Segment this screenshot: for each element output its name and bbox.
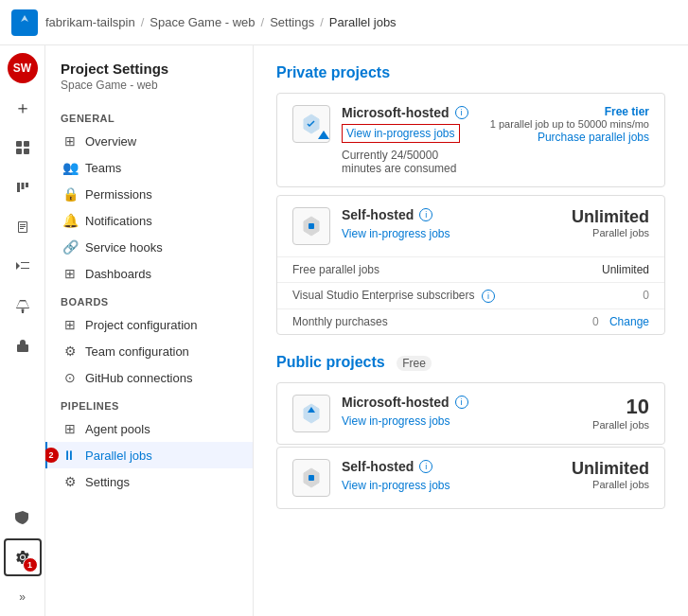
parallel-jobs-label: Parallel jobs <box>498 227 649 238</box>
agent-pools-icon: ⊞ <box>62 421 78 436</box>
svg-rect-8 <box>309 475 314 481</box>
self-hosted-name: Self-hosted <box>342 207 414 222</box>
view-inprogress-jobs-link-private-ms[interactable]: View in-progress jobs <box>342 124 460 143</box>
ms-hosted-info-icon[interactable]: i <box>455 106 468 119</box>
boards-button[interactable] <box>4 168 42 206</box>
breadcrumb: fabrikam-tailspin / Space Game - web / S… <box>45 15 397 29</box>
private-section-title: Private projects <box>276 64 665 81</box>
expand-rail-button[interactable]: » <box>4 578 42 616</box>
sidebar-item-project-config[interactable]: ⊞ Project configuration <box>45 311 253 338</box>
app-logo[interactable] <box>11 9 38 36</box>
svg-rect-3 <box>24 149 29 154</box>
monthly-purchases-val: 0 <box>592 315 599 328</box>
breadcrumb-org[interactable]: fabrikam-tailspin <box>45 15 135 29</box>
self-hosted-public-card: Self-hosted i View in-progress jobs Unli… <box>276 447 665 509</box>
azure-badge <box>316 129 331 144</box>
sidebar-item-parallel-jobs-label: Parallel jobs <box>85 449 152 463</box>
security-button[interactable] <box>4 499 42 537</box>
sidebar-item-project-config-label: Project configuration <box>85 318 198 332</box>
sidebar-item-team-config[interactable]: ⚙ Team configuration <box>45 338 253 364</box>
topbar: fabrikam-tailspin / Space Game - web / S… <box>0 0 688 45</box>
self-hosted-public-info-icon[interactable]: i <box>419 460 432 473</box>
parallel-jobs-icon: 2 ⏸ <box>62 448 78 463</box>
self-hosted-public-icon <box>292 459 330 497</box>
sep-2: / <box>261 15 265 29</box>
breadcrumb-settings[interactable]: Settings <box>270 15 314 29</box>
sidebar-item-permissions[interactable]: 🔒 Permissions <box>45 181 253 207</box>
permissions-icon: 🔒 <box>62 186 78 202</box>
user-avatar[interactable]: SW <box>8 53 38 83</box>
view-inprogress-jobs-link-public-self[interactable]: View in-progress jobs <box>342 479 450 492</box>
self-hosted-public-unlimited: Unlimited <box>498 459 649 479</box>
sep-3: / <box>320 15 324 29</box>
settings-button[interactable]: 1 <box>4 538 42 576</box>
artifacts-button[interactable] <box>4 327 42 365</box>
sidebar-item-agent-pools-label: Agent pools <box>85 422 150 436</box>
purchase-link[interactable]: Purchase parallel jobs <box>538 131 649 144</box>
monthly-purchases-label: Monthly purchases <box>292 315 388 328</box>
sidebar-item-dashboards[interactable]: ⊞ Dashboards <box>45 260 253 287</box>
self-hosted-info-icon[interactable]: i <box>419 208 432 221</box>
free-parallel-row-val: Unlimited <box>602 263 649 276</box>
content-area: Private projects Micr <box>254 45 688 616</box>
view-inprogress-jobs-link-public-ms[interactable]: View in-progress jobs <box>342 414 450 428</box>
test-button[interactable] <box>4 288 42 326</box>
pipelines-button[interactable] <box>4 248 42 286</box>
ms-hosted-public-body: Microsoft-hosted i View in-progress jobs <box>342 395 486 428</box>
free-parallel-row: Free parallel jobs Unlimited <box>277 256 664 282</box>
sidebar-item-pipeline-settings[interactable]: ⚙ Settings <box>45 468 253 495</box>
ms-hosted-right: Free tier 1 parallel job up to 50000 min… <box>490 105 649 144</box>
ms-hosted-public-card: Microsoft-hosted i View in-progress jobs… <box>276 382 665 445</box>
sidebar-item-teams[interactable]: 👥 Teams <box>45 154 253 181</box>
sidebar-title: Project Settings <box>45 61 253 79</box>
self-hosted-public-parallel-label: Parallel jobs <box>498 479 649 490</box>
public-free-badge: Free <box>397 356 432 371</box>
ms-hosted-icon <box>292 105 330 143</box>
dashboards-icon: ⊞ <box>62 266 78 281</box>
breadcrumb-project[interactable]: Space Game - web <box>150 15 255 29</box>
change-link[interactable]: Change <box>609 315 649 328</box>
self-hosted-public-right: Unlimited Parallel jobs <box>498 459 649 490</box>
teams-icon: 👥 <box>62 160 78 175</box>
svg-rect-2 <box>16 149 22 154</box>
badge-2: 2 <box>45 448 59 463</box>
sidebar-item-agent-pools[interactable]: ⊞ Agent pools <box>45 415 253 442</box>
settings-badge: 1 <box>23 557 38 572</box>
public-section-title: Public projects Free <box>276 354 665 371</box>
sidebar-item-dashboards-label: Dashboards <box>85 267 151 281</box>
free-parallel-row-label: Free parallel jobs <box>292 263 379 276</box>
vs-enterprise-row-label: Visual Studio Enterprise subscribers i <box>292 289 495 303</box>
ms-hosted-public-info-icon[interactable]: i <box>455 396 468 409</box>
sidebar-item-teams-label: Teams <box>85 161 121 175</box>
monthly-purchases-row: Monthly purchases 0 Change <box>277 308 664 334</box>
sidebar-item-notifications[interactable]: 🔔 Notifications <box>45 207 253 234</box>
vs-enterprise-row: Visual Studio Enterprise subscribers i 0 <box>277 282 664 308</box>
free-tier-desc: 1 parallel job up to 50000 mins/mo <box>490 118 649 130</box>
github-icon: ⊙ <box>62 370 78 385</box>
sidebar-item-parallel-jobs[interactable]: 2 ⏸ Parallel jobs <box>45 442 253 468</box>
ms-hosted-public-name: Microsoft-hosted <box>342 395 450 410</box>
sidebar-item-permissions-label: Permissions <box>85 187 152 202</box>
self-hosted-right: Unlimited Parallel jobs <box>498 207 649 238</box>
self-hosted-body: Self-hosted i View in-progress jobs <box>342 207 486 240</box>
sidebar-subtitle: Space Game - web <box>45 79 253 103</box>
sidebar-item-service-hooks-label: Service hooks <box>85 240 163 255</box>
vs-info-icon[interactable]: i <box>482 290 495 303</box>
sidebar-item-service-hooks[interactable]: 🔗 Service hooks <box>45 234 253 260</box>
add-button[interactable]: ＋ <box>4 89 42 127</box>
sidebar-item-pipeline-settings-label: Settings <box>85 475 130 489</box>
ms-hosted-private-card: Microsoft-hosted i View in-progress jobs… <box>276 93 665 187</box>
section-header-boards: Boards <box>45 287 253 311</box>
self-hosted-public-body: Self-hosted i View in-progress jobs <box>342 459 486 492</box>
sidebar-item-team-config-label: Team configuration <box>85 344 189 359</box>
self-hosted-public-name: Self-hosted <box>342 459 414 474</box>
pipeline-settings-icon: ⚙ <box>62 474 78 489</box>
self-hosted-private-card: Self-hosted i View in-progress jobs Unli… <box>276 195 665 335</box>
sidebar-item-overview[interactable]: ⊞ Overview <box>45 128 253 154</box>
free-tier-label: Free tier <box>490 105 649 118</box>
breadcrumb-current: Parallel jobs <box>329 15 397 29</box>
view-inprogress-jobs-link-private-self[interactable]: View in-progress jobs <box>342 227 450 240</box>
sidebar-item-github[interactable]: ⊙ GitHub connections <box>45 364 253 391</box>
repos-button[interactable] <box>4 208 42 246</box>
overview-button[interactable] <box>4 129 42 167</box>
